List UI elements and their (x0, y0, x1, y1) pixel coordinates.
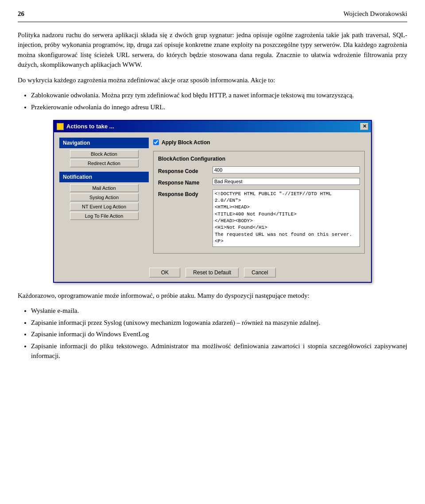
close-button[interactable]: ✕ (360, 123, 368, 130)
dialog-title: Actions to take ... (66, 122, 114, 131)
paragraph-1: Polityka nadzoru ruchu do serwera aplika… (18, 30, 407, 70)
response-body-textarea[interactable]: <!DOCTYPE HTML PUBLIC "-//IETF//DTD HTML… (212, 189, 360, 247)
notification-header: Notification (59, 172, 149, 182)
response-code-input[interactable] (212, 166, 360, 173)
nav-panel: Navigation Block Action Redirect Action … (58, 136, 151, 260)
config-panel: Apply Block Action BlockAction Configura… (151, 136, 367, 260)
response-name-row: Response Name (158, 178, 360, 187)
paragraph-2: Do wykrycia każdego zagrożenia można zde… (18, 75, 407, 85)
config-group-title: BlockAction Configuration (158, 155, 360, 163)
ok-button[interactable]: OK (149, 268, 180, 277)
mail-action-button[interactable]: Mail Action (70, 184, 139, 192)
dialog-footer: OK Reset to Default Cancel (54, 263, 371, 282)
response-body-row: Response Body <!DOCTYPE HTML PUBLIC "-//… (158, 189, 360, 247)
response-code-label: Response Code (158, 166, 209, 175)
log-to-file-action-button[interactable]: Log To File Action (70, 212, 139, 220)
dialog-icon: ⚡ (57, 123, 64, 130)
bullet-bottom-4: Zapisanie informacji do pliku tekstowego… (31, 341, 407, 361)
block-action-button[interactable]: Block Action (70, 150, 139, 158)
dialog-window: ⚡ Actions to take ... ✕ Navigation Block… (53, 120, 372, 283)
response-name-label: Response Name (158, 178, 209, 187)
reset-button[interactable]: Reset to Default (185, 268, 239, 277)
dialog-body: Navigation Block Action Redirect Action … (54, 132, 371, 263)
bullet-bottom-1: Wysłanie e-maila. (31, 306, 407, 316)
bullets-top: Zablokowanie odwołania. Można przy tym z… (31, 90, 407, 112)
response-body-label: Response Body (158, 189, 209, 198)
response-code-row: Response Code (158, 166, 360, 175)
apply-row: Apply Block Action (153, 139, 365, 146)
apply-label: Apply Block Action (162, 139, 210, 146)
page-number: 26 (18, 9, 24, 19)
bullet-top-1: Zablokowanie odwołania. Można przy tym z… (31, 90, 407, 100)
page-header: 26 Wojciech Dworakowski (18, 9, 407, 22)
bullets-bottom: Wysłanie e-maila. Zapisanie informacji p… (31, 306, 407, 361)
response-name-input[interactable] (212, 178, 360, 185)
redirect-action-button[interactable]: Redirect Action (70, 159, 139, 167)
navigation-header: Navigation (59, 138, 149, 148)
bullet-top-2: Przekierowanie odwołania do innego adres… (31, 102, 407, 112)
bullet-bottom-2: Zapisanie informacji przez Syslog (unixo… (31, 318, 407, 328)
dialog-titlebar: ⚡ Actions to take ... ✕ (54, 121, 371, 132)
block-action-config-group: BlockAction Configuration Response Code … (153, 151, 365, 254)
titlebar-left: ⚡ Actions to take ... (57, 122, 114, 131)
page-title: Wojciech Dworakowski (344, 9, 407, 19)
cancel-button[interactable]: Cancel (244, 268, 275, 277)
apply-checkbox[interactable] (153, 139, 159, 145)
dialog-container: ⚡ Actions to take ... ✕ Navigation Block… (18, 120, 407, 283)
syslog-action-button[interactable]: Syslog Action (70, 193, 139, 201)
paragraph-3: Każdorazowo, oprogramowanie może informo… (18, 291, 407, 301)
bullet-bottom-3: Zapisanie informacji do Windows EventLog (31, 329, 407, 339)
nt-event-log-action-button[interactable]: NT Event Log Action (70, 203, 139, 211)
